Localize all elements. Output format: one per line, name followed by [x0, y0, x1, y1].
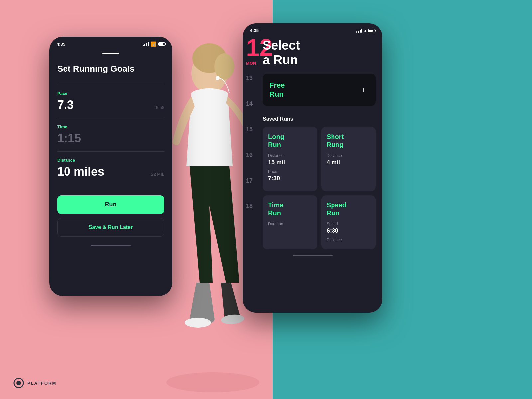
time-label: Time [57, 124, 164, 129]
long-run-card[interactable]: LongRun Distance 15 mil Pace 7:30 [263, 127, 317, 191]
time-left: 4:35 [57, 42, 65, 47]
drag-handle [102, 53, 119, 54]
pace-label: Pace [57, 91, 164, 96]
wifi-icon-right: ▴ [364, 28, 366, 33]
speed-run-speed-label: Speed [327, 222, 370, 226]
short-run-title: ShortRung [327, 133, 370, 149]
distance-label: Distance [57, 158, 164, 163]
svg-point-9 [16, 381, 21, 385]
status-icons-left: 📶 [143, 41, 165, 47]
select-title: Select a Run [263, 38, 376, 67]
saved-runs-section: Saved Runs LongRun Distance 15 mil Pace … [263, 116, 376, 249]
phone-left: 4:35 📶 Set Running Goals Pace 7.3 6.58 [49, 37, 172, 296]
time-run-duration-label: Duration [268, 222, 312, 226]
short-run-distance-label: Distance [327, 153, 370, 158]
goals-title: Set Running Goals [57, 64, 164, 74]
status-icons-right: ▴ [356, 28, 375, 33]
platform-name: PLATFORM [27, 381, 56, 386]
svg-point-6 [216, 76, 220, 80]
signal-icon-left [143, 42, 149, 46]
long-run-pace-label: Pace [268, 169, 312, 174]
right-phone-body: 12 MON 13 14 15 16 17 18 Select a Run [243, 36, 382, 249]
select-run-content: Select a Run Free Run + Saved Runs [263, 36, 382, 249]
long-run-distance: 15 mil [268, 159, 312, 166]
pace-section: Pace 7.3 6.58 [57, 85, 164, 118]
week-17: 17 [246, 168, 263, 194]
platform-logo: PLATFORM [13, 378, 56, 388]
svg-point-2 [214, 53, 234, 80]
saved-runs-title: Saved Runs [263, 116, 376, 122]
svg-point-4 [221, 314, 245, 325]
svg-point-3 [185, 318, 211, 328]
select-title-block: Select a Run [263, 38, 376, 67]
free-run-card[interactable]: Free Run + [263, 74, 376, 106]
svg-point-7 [166, 372, 259, 392]
long-run-pace: 7:30 [268, 175, 312, 182]
calendar-date: 12 [246, 36, 263, 60]
long-run-title: LongRun [268, 133, 312, 149]
week-18: 18 [246, 194, 263, 219]
status-bar-right: 4:35 ▴ [243, 23, 382, 36]
time-run-card[interactable]: TimeRun Duration [263, 195, 317, 249]
calendar-day: MON [246, 61, 263, 66]
distance-value: 10 miles [57, 165, 104, 179]
status-bar-left: 4:35 📶 [49, 37, 172, 49]
battery-icon-left [158, 42, 165, 46]
select-title-line2: a Run [263, 53, 298, 67]
free-run-label: Free Run [269, 81, 285, 99]
week-15: 15 [246, 117, 263, 142]
week-16: 16 [246, 142, 263, 168]
home-indicator-right [293, 255, 332, 256]
wifi-icon-left: 📶 [151, 41, 156, 47]
home-indicator-left [91, 245, 131, 246]
runs-grid: LongRun Distance 15 mil Pace 7:30 ShortR… [263, 127, 376, 249]
time-row: 1:15 [57, 131, 164, 145]
week-14: 14 [246, 91, 263, 117]
pace-row: 7.3 6.58 [57, 98, 164, 112]
distance-section: Distance 10 miles 22 MIL [57, 151, 164, 185]
time-section: Time 1:15 [57, 118, 164, 151]
save-run-later-button[interactable]: Save & Run Later [57, 218, 164, 237]
distance-row: 10 miles 22 MIL [57, 165, 164, 179]
calendar-date-block: 12 MON [246, 36, 263, 66]
select-title-line1: Select [263, 38, 300, 52]
long-run-distance-label: Distance [268, 153, 312, 158]
free-run-plus-icon[interactable]: + [358, 85, 369, 95]
battery-icon-right [368, 29, 375, 32]
speed-run-card[interactable]: SpeedRun Speed 6:30 Distance [321, 195, 376, 249]
week-numbers-column: 12 MON 13 14 15 16 17 18 [243, 36, 263, 249]
time-run-title: TimeRun [268, 201, 312, 217]
week-13: 13 [246, 66, 263, 91]
short-run-card[interactable]: ShortRung Distance 4 mil [321, 127, 376, 191]
pace-value: 7.3 [57, 98, 74, 112]
speed-run-speed: 6:30 [327, 227, 370, 234]
run-button[interactable]: Run [57, 195, 164, 214]
pace-secondary: 6.58 [156, 105, 164, 110]
speed-run-distance-label: Distance [327, 238, 370, 242]
time-right: 4:35 [250, 28, 259, 33]
phone-right: 4:35 ▴ 12 MON 13 14 15 16 1 [243, 23, 382, 313]
distance-secondary: 22 MIL [151, 172, 164, 177]
time-value: 1:15 [57, 131, 81, 145]
speed-run-title: SpeedRun [327, 201, 370, 217]
free-run-text: Free Run [269, 81, 285, 99]
short-run-distance: 4 mil [327, 159, 370, 166]
signal-icon-right [356, 29, 362, 33]
left-phone-content: Set Running Goals Pace 7.3 6.58 Time 1:1… [49, 53, 172, 237]
